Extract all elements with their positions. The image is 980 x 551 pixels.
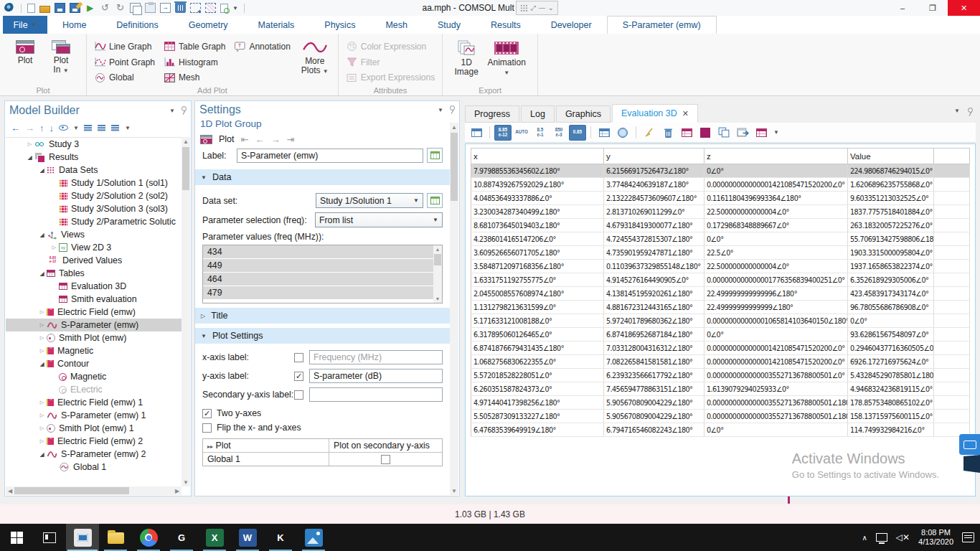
table-row[interactable]: 6.317895060126465∠0°6.874186952687184∠18… (471, 328, 970, 342)
collapse-arrow-icon[interactable]: ◢ (25, 154, 34, 161)
secondary-y-axis-input[interactable] (309, 387, 443, 402)
chevron-down-icon[interactable]: ▼ (73, 125, 79, 131)
table-row[interactable]: 1.1312798213631599∠0°4.881672312443165∠1… (471, 301, 970, 314)
table-row[interactable]: 2.0455008557608974∠180°4.138145195920261… (471, 287, 970, 301)
tree-item-magnetic[interactable]: Magnetic (6, 370, 182, 383)
table-add-button[interactable] (678, 125, 695, 141)
more-plots-button[interactable]: MorePlots ▼ (296, 37, 334, 85)
tree-item-derived-values[interactable]: 8.85 e-12Derived Values (6, 254, 182, 267)
model-tree-horizontal-scrollbar[interactable]: ◀▶ (6, 486, 182, 495)
tree-item-smith-plot-emw-1[interactable]: ▷Smith Plot (emw) 1 (6, 422, 182, 435)
expand-arrow-icon[interactable]: ▷ (37, 438, 47, 444)
save-icon[interactable] (55, 3, 65, 13)
minimize-ribbon-icon[interactable]: — (539, 4, 545, 11)
ribbon-tab-mesh[interactable]: Mesh (370, 16, 423, 34)
ribbon-item-line-graph[interactable]: Line Graph (91, 39, 158, 55)
collapse-arrow-icon[interactable]: ◢ (37, 270, 47, 277)
settings-scrollbar[interactable]: ▲ ▼ (450, 123, 458, 495)
expand-arrow-icon[interactable]: ▷ (37, 413, 47, 418)
ribbon-item-histogram[interactable]: Histogram (161, 55, 228, 70)
tree-item-smith-evaluation[interactable]: Smith evaluation (6, 293, 182, 306)
back-icon[interactable]: ← (11, 123, 20, 133)
ribbon-tab-results[interactable]: Results (476, 16, 536, 34)
table-row[interactable]: 3.609526656071705∠180°4.735901959247871∠… (471, 246, 970, 260)
touch-keyboard-icon[interactable] (959, 434, 980, 455)
param-value-item[interactable]: 434 (203, 245, 442, 259)
tree-item-smith-plot-emw-[interactable]: ▷Smith Plot (emw) (6, 331, 182, 344)
expand-arrow-icon[interactable]: ▷ (37, 400, 47, 405)
taskbar-app-chrome[interactable] (132, 524, 165, 551)
panel-menu-icon[interactable]: ▼ (438, 107, 443, 113)
tree-item-view-2d-3[interactable]: ▷xyView 2D 3 (6, 241, 182, 254)
close-tab-icon[interactable]: ✕ (682, 109, 689, 118)
sphere-button[interactable] (614, 125, 631, 141)
collapse-arrow-icon[interactable]: ◢ (37, 361, 47, 367)
brush-button[interactable] (641, 125, 658, 141)
collapse-arrow-icon[interactable]: ◢ (37, 232, 47, 238)
expand-arrow-icon[interactable]: ▷ (37, 322, 47, 328)
tree-item-electric-field-emw-[interactable]: ▷Electric Field (emw) (6, 306, 182, 319)
tree-item-contour[interactable]: ◢Contour (6, 357, 182, 370)
table-magenta-button[interactable] (753, 125, 770, 141)
table-row[interactable]: 4.2386014165147206∠0°4.724554372815307∠1… (471, 232, 970, 246)
tree-item-study-2-parametric-solutic[interactable]: Study 2/Parametric Solutic (6, 215, 182, 228)
x-axis-checkbox[interactable] (294, 353, 303, 362)
plot-in-button[interactable]: PlotIn ▼ (44, 37, 77, 85)
minimize-button[interactable]: – (887, 0, 918, 16)
tree-item-study-3[interactable]: ▷Study 3 (6, 138, 182, 151)
comsol-logo-icon[interactable] (4, 3, 15, 13)
precision-8.5e-1-button[interactable]: 8.5 e-1 (532, 125, 549, 141)
restore-button[interactable]: ❐ (918, 0, 948, 16)
table-row[interactable]: 8.681073645019403∠180°4.679318419300077∠… (471, 219, 970, 232)
move-up-icon[interactable]: ↑ (39, 123, 44, 133)
ribbon-tab-home[interactable]: Home (47, 16, 101, 34)
export-table-button[interactable] (734, 125, 751, 141)
param-value-item[interactable]: 479 (203, 286, 442, 300)
precision-auto-button[interactable]: AUTO (513, 125, 530, 141)
show-icon[interactable] (59, 125, 68, 131)
tree-item-electric[interactable]: ELectric (6, 383, 182, 396)
two-y-axes-checkbox[interactable]: ✓ (202, 409, 212, 418)
network-icon[interactable] (876, 533, 887, 542)
y-axis-checkbox[interactable]: ✓ (294, 372, 303, 381)
precision-0.85-button[interactable]: 0.85 (569, 125, 586, 141)
task-view-button[interactable] (33, 524, 66, 551)
taskbar-app-photo-viewer[interactable]: K (264, 524, 297, 551)
param-value-item[interactable]: 464 (203, 273, 442, 286)
ribbon-item-table-graph[interactable]: Table Graph (161, 39, 228, 55)
flip-axes-checkbox[interactable] (202, 423, 212, 433)
pin-icon[interactable] (448, 105, 455, 114)
ribbon-item-global[interactable]: Global (91, 70, 158, 85)
start-button[interactable] (0, 524, 33, 551)
table-settings-button[interactable] (468, 125, 485, 141)
color-square-button[interactable] (697, 125, 714, 141)
expand-arrow-icon[interactable]: ▷ (37, 309, 47, 315)
taskbar-app-foxit-pdf[interactable]: G (165, 524, 198, 551)
table-row[interactable]: 7.979885536345602∠180°6.21566917526473∠1… (471, 164, 970, 178)
collapse-arrow-icon[interactable]: ◢ (37, 167, 47, 174)
taskbar-clock[interactable]: 8:08 PM 4/13/2020 (918, 528, 953, 547)
ribbon-tab-geometry[interactable]: Geometry (174, 16, 243, 34)
y-axis-input[interactable]: S-parameter (dB) (309, 369, 443, 383)
ribbon-tab-developer[interactable]: Developer (536, 16, 607, 34)
tree-item-electric-field-emw-2[interactable]: ▷Electric Field (emw) 2 (6, 435, 182, 448)
copy-table-button[interactable] (715, 125, 732, 141)
x-axis-input[interactable]: Frequency (MHz) (309, 350, 443, 364)
table-row[interactable]: 4.971440417398256∠180°5.905670809004229∠… (471, 396, 970, 410)
open-file-icon[interactable] (39, 6, 50, 13)
table-format-dropdown-icon[interactable]: ▼ (773, 129, 779, 136)
layout-grid-icon[interactable] (520, 4, 528, 12)
column-header-value[interactable]: Value (848, 149, 934, 164)
tree-item-views[interactable]: ◢Views (6, 228, 182, 241)
rename-button[interactable] (427, 148, 443, 163)
tree-item-evaluation-3d[interactable]: Evaluation 3D (6, 280, 182, 293)
taskbar-app-word[interactable]: W (231, 524, 264, 551)
model-tree-vertical-scrollbar[interactable]: ▲ ▼ (182, 137, 190, 486)
column-header-x[interactable]: x (471, 149, 604, 164)
ribbon-tab-materials[interactable]: Materials (243, 16, 310, 34)
table-row[interactable]: 6.260351587824373∠0°7.456594778863151∠18… (471, 382, 970, 396)
copy-icon[interactable] (130, 3, 141, 13)
table-row[interactable]: 1.6331751192755775∠0°4.9145276164490905∠… (471, 273, 970, 287)
tree-item-s-parameter-emw-2[interactable]: ◢S-Parameter (emw) 2 (6, 448, 182, 461)
expand-all-icon[interactable] (98, 124, 106, 131)
